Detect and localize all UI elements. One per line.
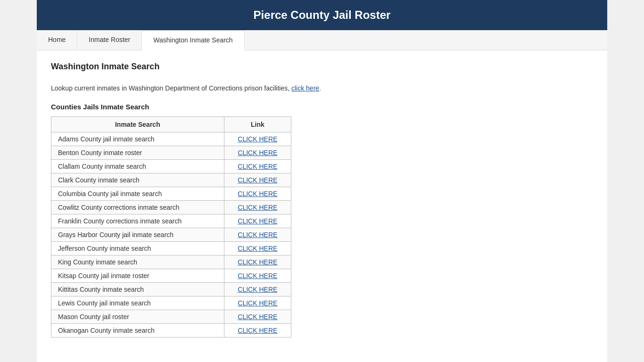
inmate-search-link-cell: CLICK HERE — [224, 214, 291, 228]
inmate-search-link[interactable]: CLICK HERE — [238, 231, 277, 239]
inmate-search-link-cell: CLICK HERE — [224, 269, 291, 283]
table-row: Cowlitz County corrections inmate search… — [51, 201, 291, 214]
inmate-search-link-cell: CLICK HERE — [224, 255, 291, 269]
table-row: Clallam County inmate searchCLICK HERE — [51, 160, 291, 173]
table-row: Columbia County jail inmate searchCLICK … — [51, 187, 291, 201]
nav-item-home[interactable]: Home — [37, 30, 77, 50]
main-content: Washington Inmate Search Lookup current … — [37, 50, 607, 349]
inmate-search-link-cell: CLICK HERE — [224, 242, 291, 255]
inmate-search-link-cell: CLICK HERE — [224, 310, 291, 324]
inmate-search-link-cell: CLICK HERE — [224, 296, 291, 310]
table-row: Clark County inmate searchCLICK HERE — [51, 173, 291, 187]
inmate-search-link-cell: CLICK HERE — [224, 146, 291, 160]
table-row: Lewis County jail inmate searchCLICK HER… — [51, 296, 291, 310]
inmate-search-link[interactable]: CLICK HERE — [238, 327, 277, 334]
inmate-search-link[interactable]: CLICK HERE — [238, 135, 277, 143]
intro-text-before: Lookup current inmates in Washington Dep… — [51, 84, 291, 92]
inmate-search-link[interactable]: CLICK HERE — [238, 176, 277, 184]
nav-item-washington-inmate-search[interactable]: Washington Inmate Search — [142, 30, 244, 50]
inmate-search-link-cell: CLICK HERE — [224, 160, 291, 173]
inmate-search-link[interactable]: CLICK HERE — [238, 313, 277, 321]
table-row: Kitsap County jail inmate rosterCLICK HE… — [51, 269, 291, 283]
inmate-search-link-cell: CLICK HERE — [224, 173, 291, 187]
nav-bar: Home Inmate Roster Washington Inmate Sea… — [37, 30, 607, 50]
inmate-search-name: Adams County jail inmate search — [51, 132, 224, 146]
table-row: Kittitas County inmate searchCLICK HERE — [51, 283, 291, 296]
inmate-search-link[interactable]: CLICK HERE — [238, 149, 277, 156]
inmate-search-link[interactable]: CLICK HERE — [238, 286, 277, 293]
section-heading: Counties Jails Inmate Search — [51, 103, 593, 111]
inmate-search-link[interactable]: CLICK HERE — [238, 258, 277, 266]
col-header-link: Link — [224, 117, 291, 132]
inmate-search-link[interactable]: CLICK HERE — [238, 204, 277, 211]
inmate-search-name: Kitsap County jail inmate roster — [51, 269, 224, 283]
inmate-search-link[interactable]: CLICK HERE — [238, 217, 277, 225]
inmate-search-link-cell: CLICK HERE — [224, 228, 291, 242]
inmate-search-name: Okanogan County inmate search — [51, 324, 224, 337]
inmate-search-link-cell: CLICK HERE — [224, 187, 291, 201]
inmate-search-table: Inmate Search Link Adams County jail inm… — [51, 116, 291, 337]
table-row: Benton County inmate rosterCLICK HERE — [51, 146, 291, 160]
table-row: Jefferson County inmate searchCLICK HERE — [51, 242, 291, 255]
inmate-search-link[interactable]: CLICK HERE — [238, 163, 277, 170]
table-row: Franklin County corrections inmate searc… — [51, 214, 291, 228]
inmate-search-name: Columbia County jail inmate search — [51, 187, 224, 201]
page-wrapper: Pierce County Jail Roster Home Inmate Ro… — [37, 0, 607, 362]
inmate-search-link[interactable]: CLICK HERE — [238, 272, 277, 280]
intro-link[interactable]: click here — [291, 84, 319, 92]
inmate-search-name: Franklin County corrections inmate searc… — [51, 214, 224, 228]
intro-paragraph: Lookup current inmates in Washington Dep… — [51, 83, 593, 93]
inmate-search-link[interactable]: CLICK HERE — [238, 245, 277, 252]
table-row: King County inmate searchCLICK HERE — [51, 255, 291, 269]
table-row: Mason County jail rosterCLICK HERE — [51, 310, 291, 324]
nav-item-inmate-roster[interactable]: Inmate Roster — [77, 30, 142, 50]
col-header-inmate-search: Inmate Search — [51, 117, 224, 132]
site-header: Pierce County Jail Roster — [37, 0, 607, 30]
inmate-search-name: Clark County inmate search — [51, 173, 224, 187]
inmate-search-link[interactable]: CLICK HERE — [238, 299, 277, 307]
page-title: Washington Inmate Search — [51, 62, 593, 72]
inmate-search-name: Jefferson County inmate search — [51, 242, 224, 255]
site-title: Pierce County Jail Roster — [46, 8, 598, 22]
table-row: Okanogan County inmate searchCLICK HERE — [51, 324, 291, 337]
inmate-search-link-cell: CLICK HERE — [224, 324, 291, 337]
inmate-search-name: Benton County inmate roster — [51, 146, 224, 160]
table-row: Grays Harbor County jail inmate searchCL… — [51, 228, 291, 242]
inmate-search-name: King County inmate search — [51, 255, 224, 269]
inmate-search-link-cell: CLICK HERE — [224, 201, 291, 214]
inmate-search-name: Mason County jail roster — [51, 310, 224, 324]
inmate-search-name: Grays Harbor County jail inmate search — [51, 228, 224, 242]
inmate-search-link[interactable]: CLICK HERE — [238, 190, 277, 197]
inmate-search-name: Cowlitz County corrections inmate search — [51, 201, 224, 214]
intro-text-after: . — [319, 84, 321, 92]
inmate-search-name: Clallam County inmate search — [51, 160, 224, 173]
inmate-search-link-cell: CLICK HERE — [224, 283, 291, 296]
inmate-search-link-cell: CLICK HERE — [224, 132, 291, 146]
inmate-search-name: Kittitas County inmate search — [51, 283, 224, 296]
inmate-search-name: Lewis County jail inmate search — [51, 296, 224, 310]
table-row: Adams County jail inmate searchCLICK HER… — [51, 132, 291, 146]
